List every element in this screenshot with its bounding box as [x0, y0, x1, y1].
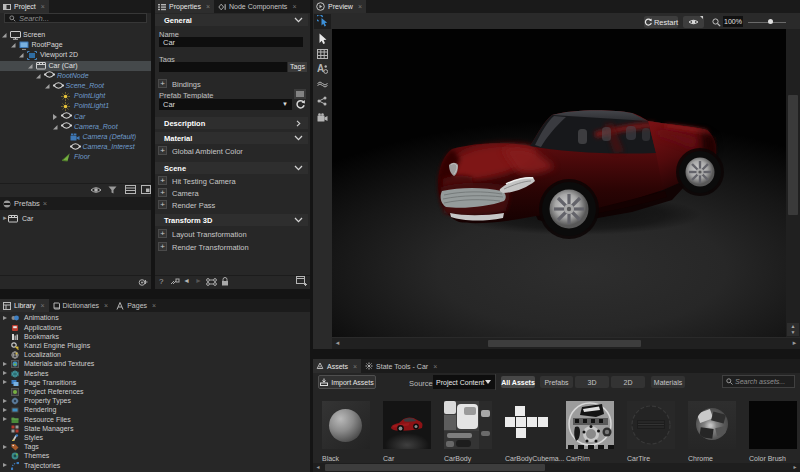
svg-text:A: A: [317, 63, 324, 74]
